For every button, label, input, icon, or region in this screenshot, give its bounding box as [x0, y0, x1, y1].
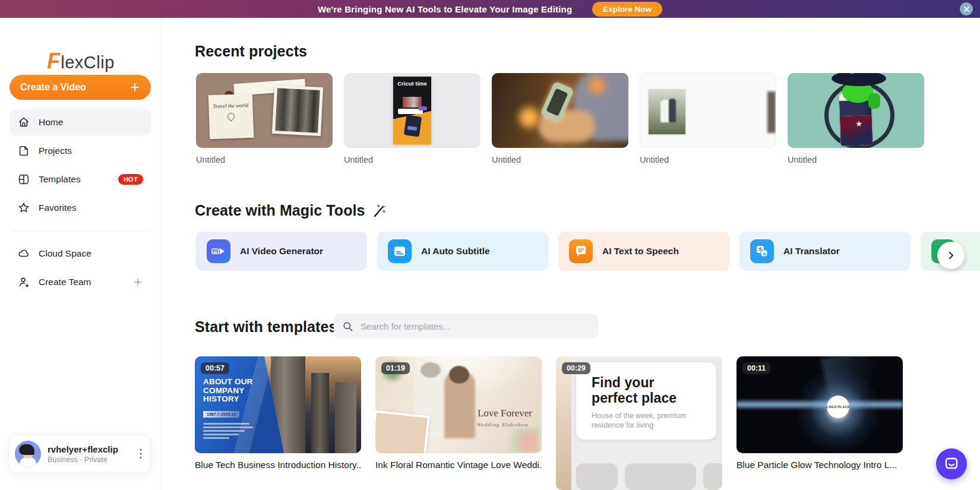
sidebar: FlexClip Create a Video Home Projects [0, 18, 162, 490]
project-thumbnail-cricut-poster[interactable]: Cricut time [344, 73, 480, 148]
sidebar-item-projects[interactable]: Projects [10, 138, 151, 164]
project-thumbnail-alien-mug[interactable]: ★ ★ [788, 73, 924, 148]
sidebar-item-favorites[interactable]: Favorites [10, 195, 151, 221]
project-thumbnail-phone-photo[interactable] [492, 73, 628, 148]
create-a-video-label: Create a Video [20, 82, 86, 93]
duration-badge: 00:11 [742, 362, 770, 374]
sidebar-item-label: Cloud Space [39, 248, 91, 259]
magic-tools-next-button[interactable] [937, 242, 965, 269]
duration-badge: 01:19 [381, 362, 410, 374]
project-title: Untitled [344, 155, 480, 165]
explore-now-button[interactable]: Explore Now [592, 2, 662, 17]
search-icon [342, 321, 353, 332]
template-headline: Find your perfect place [592, 375, 693, 406]
templates-row: 00:57 ABOUT OUR COMPANY HISTORY 1987.7-2… [195, 356, 903, 490]
projects-icon [17, 144, 30, 157]
template-card: 00:11 LOGO PLACE Blue Particle Glow Tech… [736, 356, 903, 490]
ai-subtitle-icon [388, 239, 412, 263]
recent-projects-title: Recent projects [195, 43, 307, 60]
project-card: Travel the world Untitled [196, 73, 333, 165]
more-menu-icon[interactable] [136, 447, 146, 460]
account-name: rvhelyer+flexclip [48, 444, 118, 454]
project-card: Untitled [640, 73, 776, 165]
cloud-icon [17, 247, 30, 260]
recent-projects-row: Travel the world Untitled Cricut time Un… [196, 73, 924, 165]
magic-tool-ai-translator[interactable]: A AI Translator [739, 232, 911, 271]
ai-tts-icon [569, 239, 593, 263]
ai-video-icon: AI [207, 239, 230, 263]
location-pin-icon [226, 111, 236, 121]
templates-icon [17, 173, 30, 186]
svg-text:A: A [763, 251, 766, 257]
start-with-templates-title: Start with templates [195, 318, 337, 336]
add-person-icon [17, 276, 30, 289]
sidebar-item-label: Home [39, 117, 63, 128]
template-thumbnail-particle-glow[interactable]: 00:11 LOGO PLACE [736, 356, 903, 453]
template-title[interactable]: Blue Particle Glow Technology Intro L... [736, 460, 903, 470]
sidebar-item-label: Templates [39, 174, 81, 185]
sidebar-item-home[interactable]: Home [10, 109, 151, 135]
project-card: ★ ★ Untitled [788, 73, 924, 165]
ai-translator-icon: A [750, 239, 774, 263]
template-thumbnail-real-estate[interactable]: 00:29 Find your perfect place House of t… [556, 356, 722, 490]
magic-tool-ai-auto-subtitle[interactable]: AI Auto Subtitle [377, 232, 548, 271]
magic-tools-row: AI AI Video Generator AI Auto Subtitle [196, 232, 980, 271]
create-a-video-button[interactable]: Create a Video [10, 75, 151, 100]
banner-close-button[interactable] [960, 2, 973, 15]
avatar [15, 441, 41, 467]
project-title: Untitled [788, 155, 924, 165]
project-card: Untitled [492, 73, 628, 165]
project-thumbnail-travel-collage[interactable]: Travel the world [196, 73, 333, 148]
project-card: Cricut time Untitled [344, 73, 480, 165]
template-thumbnail-blue-tech[interactable]: 00:57 ABOUT OUR COMPANY HISTORY 1987.7-2… [195, 356, 361, 453]
promo-message: We're Bringing New AI Tools to Elevate Y… [318, 4, 572, 14]
sidebar-item-create-team[interactable]: Create Team [10, 269, 151, 295]
magic-wand-icon [371, 203, 387, 219]
template-title[interactable]: Blue Tech Business Introduction History.… [195, 460, 361, 470]
flexclip-dashboard: We're Bringing New AI Tools to Elevate Y… [0, 0, 980, 490]
project-title: Untitled [492, 155, 628, 165]
travel-note-text: Travel the world [208, 102, 252, 110]
chevron-right-icon [946, 250, 956, 261]
template-card: 00:57 ABOUT OUR COMPANY HISTORY 1987.7-2… [195, 356, 361, 490]
plus-icon[interactable] [132, 277, 143, 287]
sidebar-item-label: Create Team [39, 277, 91, 287]
star-icon [17, 201, 30, 214]
template-headline: Love Forever [478, 407, 532, 419]
project-thumbnail-wedding-frames[interactable] [640, 73, 776, 148]
logo-placeholder: LOGO PLACE [827, 396, 849, 418]
magic-tool-ai-text-to-speech[interactable]: AI Text to Speech [558, 232, 729, 271]
template-title[interactable]: Ink Floral Romantic Vintage Love Weddi..… [375, 460, 542, 470]
template-subline: House of the week, premium residence for… [592, 411, 698, 431]
sidebar-item-cloud-space[interactable]: Cloud Space [10, 241, 151, 267]
duration-badge: 00:57 [201, 362, 229, 374]
cricut-poster-title: Cricut time [393, 81, 431, 87]
magic-tool-label: AI Video Generator [240, 246, 323, 257]
close-icon [963, 6, 970, 12]
magic-tool-ai-video-generator[interactable]: AI AI Video Generator [196, 232, 367, 271]
plus-icon [129, 82, 140, 93]
search-input[interactable] [359, 321, 590, 332]
chat-support-button[interactable] [936, 448, 967, 479]
magic-tool-label: AI Translator [783, 246, 840, 257]
sidebar-item-label: Projects [39, 146, 72, 156]
logo-wordmark: lexClip [61, 53, 115, 72]
template-subline: Wedding Slideshow [477, 422, 529, 428]
sidebar-item-templates[interactable]: Templates HOT [10, 166, 151, 192]
sidebar-nav: Home Projects Templates HOT [10, 109, 151, 298]
sidebar-item-label: Favorites [39, 203, 77, 213]
magic-tool-label: AI Text to Speech [602, 246, 679, 257]
template-thumbnail-wedding[interactable]: 01:19 Love Forever Wedding Slideshow [375, 356, 542, 453]
template-date-range: 1987.7-2024.10 [203, 411, 239, 418]
project-title: Untitled [640, 155, 776, 165]
logo-f-mark: F [47, 49, 60, 73]
account-card[interactable]: rvhelyer+flexclip Business · Private [8, 434, 151, 473]
project-title: Untitled [196, 155, 333, 165]
duration-badge: 00:29 [562, 362, 590, 374]
home-icon [17, 116, 30, 129]
flexclip-logo[interactable]: FlexClip [0, 49, 162, 74]
magic-tools-title: Create with Magic Tools [195, 202, 387, 219]
hot-badge: HOT [118, 174, 143, 185]
magic-tool-label: AI Auto Subtitle [421, 246, 490, 257]
account-plan: Business · Private [48, 456, 118, 464]
